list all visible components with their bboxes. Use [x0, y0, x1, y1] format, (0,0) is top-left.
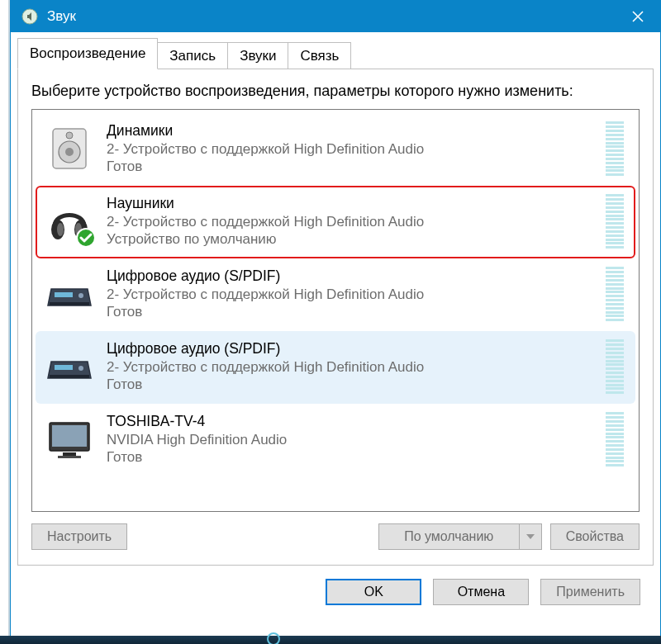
- apply-button[interactable]: Применить: [540, 579, 640, 605]
- svg-rect-13: [50, 375, 89, 378]
- vu-meter: [606, 267, 624, 321]
- device-name: Наушники: [107, 195, 594, 213]
- svg-point-20: [268, 633, 279, 644]
- set-default-split-button[interactable]: По умолчанию: [378, 523, 542, 550]
- vu-meter: [606, 412, 624, 466]
- device-text: Цифровое аудио (S/PDIF) 2- Устройство с …: [107, 340, 594, 393]
- chevron-down-icon: [526, 534, 535, 539]
- svg-point-4: [66, 132, 73, 139]
- titlebar[interactable]: Звук: [11, 1, 660, 32]
- configure-button[interactable]: Настроить: [31, 523, 127, 550]
- vu-meter: [606, 121, 624, 176]
- device-status: Готов: [107, 376, 594, 393]
- device-desc: 2- Устройство с поддержкой High Definiti…: [107, 140, 594, 158]
- tab-sounds[interactable]: Звуки: [227, 42, 288, 69]
- device-name: Динамики: [107, 122, 594, 140]
- device-list[interactable]: Динамики 2- Устройство с поддержкой High…: [31, 109, 640, 512]
- device-status: Готов: [107, 303, 594, 320]
- svg-rect-18: [63, 452, 76, 456]
- device-desc: 2- Устройство с поддержкой High Definiti…: [107, 358, 594, 376]
- close-button[interactable]: [616, 1, 660, 32]
- vu-meter: [606, 339, 624, 394]
- taskbar-sliver: [0, 636, 661, 644]
- vu-meter: [606, 194, 624, 249]
- device-text: Наушники 2- Устройство с поддержкой High…: [107, 195, 594, 248]
- svg-rect-17: [52, 425, 87, 447]
- device-status: Готов: [107, 158, 594, 175]
- properties-button[interactable]: Свойства: [550, 523, 640, 550]
- device-name: Цифровое аудио (S/PDIF): [107, 268, 594, 286]
- device-text: TOSHIBA-TV-4 NVIDIA High Definition Audi…: [107, 413, 594, 466]
- device-name: TOSHIBA-TV-4: [107, 413, 594, 431]
- svg-rect-11: [55, 292, 73, 297]
- device-text: Динамики 2- Устройство с поддержкой High…: [107, 122, 594, 175]
- device-desc: NVIDIA High Definition Audio: [107, 431, 594, 448]
- svg-rect-10: [50, 302, 89, 305]
- device-item-speakers[interactable]: Динамики 2- Устройство с поддержкой High…: [36, 113, 635, 186]
- set-default-button[interactable]: По умолчанию: [378, 523, 519, 550]
- device-item-spdif-2[interactable]: Цифровое аудио (S/PDIF) 2- Устройство с …: [36, 331, 635, 404]
- receiver-icon: [44, 268, 95, 320]
- dialog-button-bar: OK Отмена Применить: [17, 566, 654, 613]
- client-area: Воспроизведение Запись Звуки Связь Выбер…: [11, 32, 660, 613]
- device-item-headphones[interactable]: Наушники 2- Устройство с поддержкой High…: [36, 186, 635, 258]
- tab-playback[interactable]: Воспроизведение: [17, 38, 158, 69]
- device-desc: 2- Устройство с поддержкой High Definiti…: [107, 213, 594, 230]
- cancel-button[interactable]: Отмена: [433, 579, 529, 605]
- sound-dialog-window: Звук Воспроизведение Запись Звуки Связь …: [10, 0, 661, 644]
- svg-point-15: [78, 366, 83, 371]
- svg-point-3: [65, 148, 74, 156]
- device-item-tv[interactable]: TOSHIBA-TV-4 NVIDIA High Definition Audi…: [36, 404, 635, 476]
- svg-point-7: [57, 223, 64, 236]
- window-title: Звук: [47, 8, 76, 25]
- device-item-spdif-1[interactable]: Цифровое аудио (S/PDIF) 2- Устройство с …: [36, 258, 635, 331]
- headphones-icon: [44, 196, 95, 247]
- receiver-icon: [44, 341, 95, 392]
- speaker-icon: [44, 123, 95, 174]
- lower-button-bar: Настроить По умолчанию Свойства: [31, 523, 640, 550]
- default-check-icon: [75, 227, 97, 249]
- taskbar-app-icon[interactable]: [264, 632, 283, 644]
- tv-icon: [44, 414, 95, 465]
- device-name: Цифровое аудио (S/PDIF): [107, 340, 594, 358]
- svg-rect-19: [58, 456, 81, 458]
- ok-button[interactable]: OK: [326, 579, 421, 605]
- device-status: Готов: [107, 448, 594, 466]
- tabstrip: Воспроизведение Запись Звуки Связь: [17, 39, 654, 69]
- svg-rect-14: [55, 365, 73, 370]
- instruction-text: Выберите устройство воспроизведения, пар…: [31, 81, 640, 101]
- close-icon: [632, 11, 644, 22]
- sound-sys-icon: [21, 7, 39, 26]
- device-desc: 2- Устройство с поддержкой High Definiti…: [107, 286, 594, 303]
- tab-communications[interactable]: Связь: [288, 42, 351, 69]
- tab-page-playback: Выберите устройство воспроизведения, пар…: [17, 69, 654, 566]
- device-status: Устройство по умолчанию: [107, 230, 594, 248]
- device-text: Цифровое аудио (S/PDIF) 2- Устройство с …: [107, 268, 594, 320]
- tab-recording[interactable]: Запись: [157, 42, 228, 69]
- set-default-dropdown[interactable]: [519, 523, 542, 550]
- svg-point-12: [78, 293, 83, 298]
